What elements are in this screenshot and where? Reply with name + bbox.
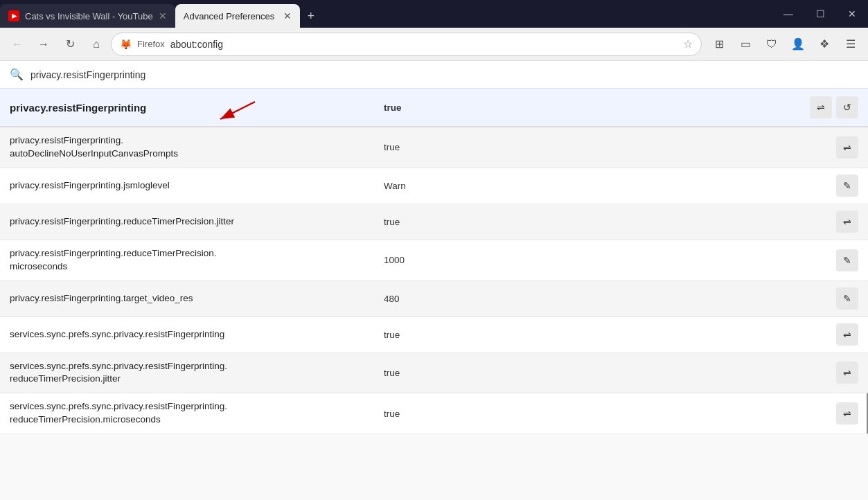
close-button[interactable]: ✕: [836, 0, 868, 28]
pref-name-6: services.sync.prefs.sync.privacy.resistF…: [10, 321, 384, 348]
menu-icon[interactable]: ☰: [839, 33, 862, 56]
pref-value-2: Warn: [384, 181, 836, 191]
pref-row-2: privacy.resistFingerprinting.jsmloglevel…: [0, 168, 868, 204]
pref-actions-4: ✎: [836, 249, 858, 271]
pref-value-8: true: [384, 409, 836, 419]
pref-row-5: privacy.resistFingerprinting.target_vide…: [0, 281, 868, 317]
search-input[interactable]: [30, 69, 858, 80]
toggle-button-0[interactable]: ⇌: [810, 96, 832, 118]
tab-advanced[interactable]: Advanced Preferences ✕: [175, 4, 300, 28]
back-button[interactable]: ←: [6, 33, 29, 56]
pref-name-2: privacy.resistFingerprinting.jsmloglevel: [10, 172, 384, 199]
pref-name-8: services.sync.prefs.sync.privacy.resistF…: [10, 393, 384, 434]
pref-actions-5: ✎: [836, 287, 858, 310]
firefox-label: Firefox: [137, 39, 165, 49]
toggle-button-7[interactable]: ⇌: [836, 361, 858, 384]
address-input[interactable]: [170, 39, 677, 50]
pref-name-0: privacy.resistFingerprinting: [10, 93, 384, 122]
pref-value-7: true: [384, 368, 836, 378]
content-area: 🔍 privacy.resistFingerprinting true ⇌ ↺: [0, 61, 868, 434]
youtube-favicon: ▶: [8, 10, 19, 21]
pref-row-1: privacy.resistFingerprinting.autoDecline…: [0, 127, 868, 168]
library-icon[interactable]: ⊞: [707, 33, 731, 56]
minimize-button[interactable]: —: [772, 0, 804, 28]
pref-actions-7: ⇌: [836, 361, 858, 384]
edit-button-4[interactable]: ✎: [836, 249, 858, 271]
edit-button-5[interactable]: ✎: [836, 287, 858, 310]
toggle-button-6[interactable]: ⇌: [836, 323, 858, 346]
shield-icon[interactable]: 🛡: [760, 33, 783, 56]
toggle-button-1[interactable]: ⇌: [836, 136, 858, 159]
maximize-button[interactable]: ☐: [804, 0, 836, 28]
pref-actions-6: ⇌: [836, 323, 858, 346]
extensions-icon[interactable]: ❖: [813, 33, 836, 56]
reload-button[interactable]: ↻: [58, 33, 82, 56]
pref-row-0: privacy.resistFingerprinting true ⇌ ↺: [0, 89, 868, 127]
preferences-list: privacy.resistFingerprinting true ⇌ ↺: [0, 89, 868, 434]
pref-row-3: privacy.resistFingerprinting.reduceTimer…: [0, 204, 868, 240]
pref-value-1: true: [384, 142, 836, 152]
reset-button-0[interactable]: ↺: [836, 96, 858, 118]
pref-actions-1: ⇌: [836, 136, 858, 159]
add-tab-button[interactable]: +: [300, 4, 322, 28]
pref-actions-0: ⇌ ↺: [810, 96, 858, 118]
nav-right-icons: ⊞ ▭ 🛡 👤 ❖ ☰: [707, 33, 862, 56]
bookmark-icon[interactable]: ☆: [683, 37, 693, 51]
pref-name-5: privacy.resistFingerprinting.target_vide…: [10, 285, 384, 312]
tab-youtube[interactable]: ▶ Cats vs Invisible Wall - YouTube ✕: [0, 4, 175, 28]
tab-advanced-label: Advanced Preferences: [184, 11, 278, 21]
pref-name-3: privacy.resistFingerprinting.reduceTimer…: [10, 208, 384, 235]
forward-button[interactable]: →: [32, 33, 55, 56]
account-icon[interactable]: 👤: [786, 33, 810, 56]
tab-advanced-close[interactable]: ✕: [283, 10, 292, 21]
search-icon: 🔍: [10, 68, 24, 81]
pref-name-4: privacy.resistFingerprinting.reduceTimer…: [10, 240, 384, 280]
address-favicon: 🦊: [120, 39, 132, 50]
pref-value-4: 1000: [384, 255, 836, 265]
window-controls: — ☐ ✕: [772, 0, 868, 28]
pref-row-7: services.sync.prefs.sync.privacy.resistF…: [0, 353, 868, 394]
edit-button-2[interactable]: ✎: [836, 175, 858, 197]
toggle-button-3[interactable]: ⇌: [836, 211, 858, 233]
pref-row-6: services.sync.prefs.sync.privacy.resistF…: [0, 317, 868, 353]
pref-value-6: true: [384, 330, 836, 340]
navigation-bar: ← → ↻ ⌂ 🦊 Firefox ☆ ⊞ ▭ 🛡 👤 ❖ ☰: [0, 28, 868, 61]
pref-actions-2: ✎: [836, 175, 858, 197]
pref-value-3: true: [384, 217, 836, 227]
home-button[interactable]: ⌂: [85, 33, 108, 56]
pref-row-4: privacy.resistFingerprinting.reduceTimer…: [0, 240, 868, 281]
address-bar[interactable]: 🦊 Firefox ☆: [111, 33, 702, 56]
pref-row-8: services.sync.prefs.sync.privacy.resistF…: [0, 393, 868, 434]
toggle-button-8[interactable]: ⇌: [836, 402, 858, 425]
title-bar: ▶ Cats vs Invisible Wall - YouTube ✕ Adv…: [0, 0, 868, 28]
tab-youtube-close[interactable]: ✕: [159, 10, 167, 21]
sidebar-icon[interactable]: ▭: [734, 33, 757, 56]
pref-actions-8: ⇌: [836, 402, 858, 425]
search-bar: 🔍: [0, 61, 868, 89]
pref-actions-3: ⇌: [836, 211, 858, 233]
pref-value-0: true: [384, 102, 810, 113]
pref-value-5: 480: [384, 294, 836, 304]
pref-name-7: services.sync.prefs.sync.privacy.resistF…: [10, 353, 384, 393]
tab-youtube-label: Cats vs Invisible Wall - YouTube: [25, 11, 153, 21]
pref-name-1: privacy.resistFingerprinting.autoDecline…: [10, 127, 384, 168]
